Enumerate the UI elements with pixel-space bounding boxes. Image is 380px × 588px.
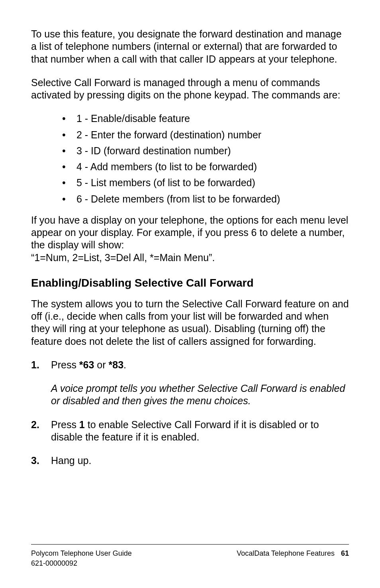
- list-item: 5 - List members (of list to be forwarde…: [62, 177, 349, 189]
- step-text: .: [123, 359, 126, 370]
- footer-left: Polycom Telephone User Guide 621-0000009…: [31, 549, 132, 568]
- list-item: 6 - Delete members (from list to be forw…: [62, 193, 349, 205]
- footer-right: VocalData Telephone Features61: [237, 549, 349, 568]
- key-code: 1: [79, 419, 85, 430]
- step-text: or: [94, 359, 108, 370]
- page: To use this feature, you designate the f…: [0, 0, 380, 588]
- key-code: *83: [109, 359, 124, 370]
- page-footer: Polycom Telephone User Guide 621-0000009…: [31, 544, 349, 568]
- list-item: 4 - Add members (to list to be forwarded…: [62, 161, 349, 173]
- step-voice-prompt: A voice prompt tells you whether Selecti…: [51, 382, 349, 407]
- steps-list: Press *63 or *83. A voice prompt tells y…: [31, 359, 349, 467]
- paragraph-intro: To use this feature, you designate the f…: [31, 28, 349, 65]
- footer-guide-title: Polycom Telephone User Guide: [31, 549, 132, 558]
- key-code: *63: [79, 359, 94, 370]
- paragraph-commands-intro: Selective Call Forward is managed throug…: [31, 77, 349, 102]
- list-item: 2 - Enter the forward (destination) numb…: [62, 129, 349, 141]
- footer-section-title: VocalData Telephone Features: [237, 549, 335, 557]
- paragraph-display-info-b: “1=Num, 2=List, 3=Del All, *=Main Menu”.: [31, 252, 349, 264]
- page-number: 61: [341, 549, 349, 557]
- step-text: Press: [51, 419, 79, 430]
- step-2: Press 1 to enable Selective Call Forward…: [31, 419, 349, 444]
- paragraph-enable-disable-desc: The system allows you to turn the Select…: [31, 298, 349, 348]
- step-text: Hang up.: [51, 455, 91, 466]
- step-3: Hang up.: [31, 454, 349, 467]
- paragraph-display-info-a: If you have a display on your telephone,…: [31, 214, 349, 252]
- page-content: To use this feature, you designate the f…: [31, 28, 349, 544]
- step-text: to enable Selective Call Forward if it i…: [51, 419, 319, 442]
- step-text: Press: [51, 359, 79, 370]
- list-item: 3 - ID (forward destination number): [62, 145, 349, 157]
- list-item: 1 - Enable/disable feature: [62, 112, 349, 125]
- command-list: 1 - Enable/disable feature 2 - Enter the…: [31, 112, 349, 205]
- footer-doc-number: 621-00000092: [31, 559, 132, 568]
- heading-enabling-disabling: Enabling/Disabling Selective Call Forwar…: [31, 276, 349, 290]
- step-1: Press *63 or *83. A voice prompt tells y…: [31, 359, 349, 407]
